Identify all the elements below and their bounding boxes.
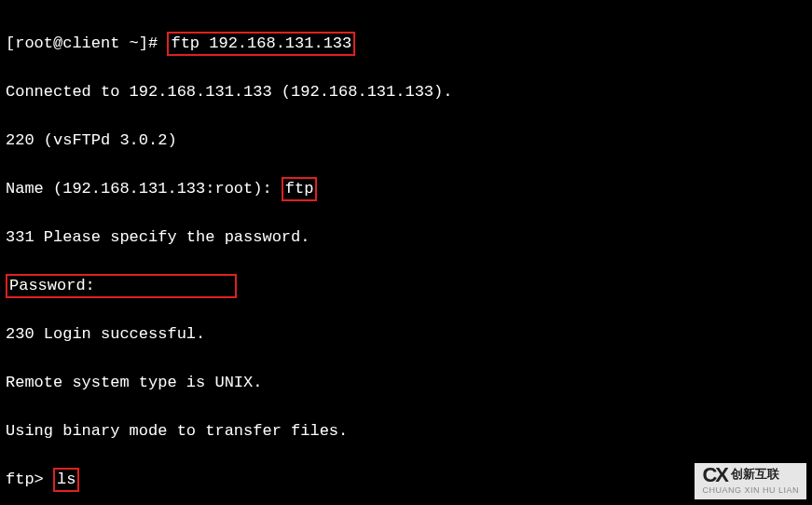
output-331: 331 Please specify the password. — [6, 225, 806, 250]
watermark-glyph-icon: CX — [702, 468, 727, 482]
password-line: Password: — [6, 274, 806, 298]
password-prompt: Password: — [6, 274, 237, 298]
output-connected: Connected to 192.168.131.133 (192.168.13… — [6, 80, 806, 104]
watermark-subtitle: CHUANG XIN HU LIAN — [702, 485, 799, 495]
output-220: 220 (vsFTPd 3.0.2) — [6, 129, 806, 153]
output-remote-system: Remote system type is UNIX. — [6, 371, 806, 395]
terminal-output[interactable]: [root@client ~]# ftp 192.168.131.133 Con… — [0, 0, 812, 505]
name-prompt-label: Name (192.168.131.133:root): — [6, 180, 282, 198]
command-ls: ls — [53, 468, 79, 492]
watermark-title: 创新互联 — [731, 467, 779, 481]
name-input: ftp — [282, 177, 318, 201]
name-prompt-line: Name (192.168.131.133:root): ftp — [6, 177, 806, 201]
shell-prompt: [root@client ~]# — [6, 34, 167, 52]
ftp-prompt: ftp> — [6, 471, 53, 488]
ftp-prompt-ls-line: ftp> ls — [6, 468, 806, 492]
shell-prompt-line: [root@client ~]# ftp 192.168.131.133 — [6, 32, 806, 56]
command-ftp: ftp 192.168.131.133 — [167, 32, 355, 56]
watermark-logo: CX创新互联 CHUANG XIN HU LIAN — [695, 463, 806, 499]
output-230: 230 Login successful. — [6, 322, 806, 347]
output-binary-mode: Using binary mode to transfer files. — [6, 419, 806, 444]
